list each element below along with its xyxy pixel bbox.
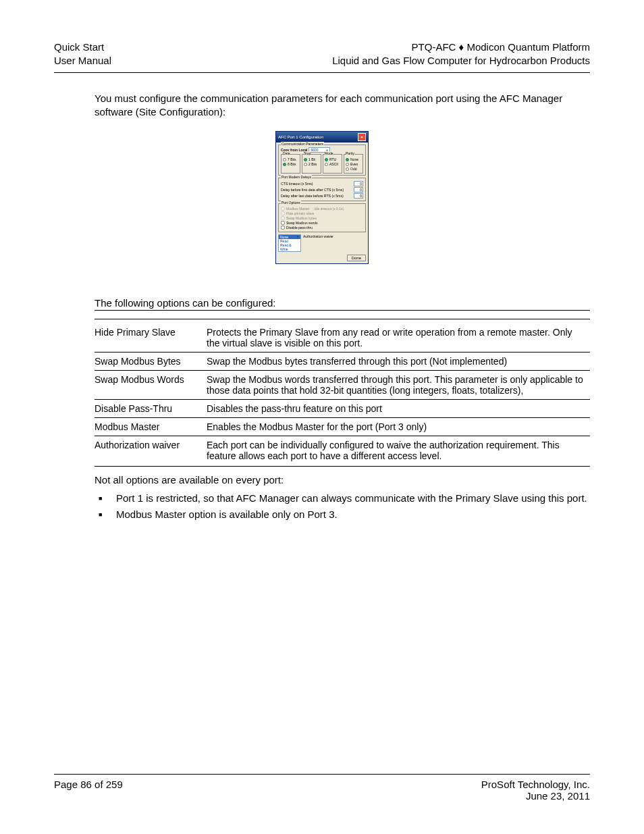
table-row: Modbus MasterEnables the Modbus Master f… [95,418,590,436]
opt-val: Swap the Modbus bytes transferred throug… [207,353,590,371]
opt-val: Swap the Modbus words transferred throug… [207,371,590,400]
baud-value: 9600 [311,148,318,152]
checkbox-modbus-master: Modbus Master Idle timeout (x 0.1s) [281,207,363,211]
mode-title: Mode [325,151,333,155]
checkbox-disable-pass[interactable]: Disable pass-thru [281,226,363,230]
auth-waiver-label: Authorization waiver [303,234,333,238]
cts-timeout-label: CTS timeout (x 5ms) [281,182,313,186]
radio-8bits[interactable]: 8 Bits [283,162,298,167]
data-bits-group: Data 7 Bits 8 Bits [281,154,300,174]
parity-title: Parity [346,151,354,155]
table-bottom-rule [95,466,590,467]
footer-date: June 23, 2011 [481,790,590,802]
stop-bits-title: Stop [304,151,311,155]
radio-2bits[interactable]: 2 Bits [304,162,319,167]
opt-val: Protects the Primary Slave from any read… [207,323,590,353]
cts-timeout-input[interactable]: 0 [354,181,363,186]
delay-after-cts-label: Delay before first data after CTS (x 5ms… [281,188,344,192]
data-bits-title: Data [283,151,290,155]
restrictions-list: Port 1 is restricted, so that AFC Manage… [95,492,590,522]
done-button[interactable]: Done [347,255,366,261]
radio-parity-odd[interactable]: Odd [346,167,361,172]
close-icon[interactable]: × [358,133,366,141]
intro-paragraph: You must configure the communication par… [95,92,590,120]
auth-waiver-select[interactable]: None▼ Read Read & Write [278,234,301,252]
footer-page: Page 86 of 259 [54,779,123,802]
list-item: Modbus Master option is available only o… [113,508,590,521]
opt-key: Swap Modbus Words [95,371,207,400]
radio-7bits[interactable]: 7 Bits [283,157,298,162]
port-config-dialog: AFC Port 1 Configuration × Communication… [275,131,369,264]
following-options-text: The following options can be configured: [95,296,590,310]
options-table: Hide Primary SlaveProtects the Primary S… [95,310,590,467]
checkbox-hide-primary: Hide primary slave [281,211,363,215]
checkbox-swap-bytes: Swap Modbus bytes [281,216,363,220]
header-right-line1: PTQ-AFC ♦ Modicon Quantum Platform [332,41,590,54]
dialog-titlebar[interactable]: AFC Port 1 Configuration × [276,132,368,142]
mode-group: Mode RTU ASCII [323,154,342,174]
header-left-line1: Quick Start [54,41,111,54]
footer-company: ProSoft Technology, Inc. [481,779,590,790]
header-right-line2: Liquid and Gas Flow Computer for Hydroca… [332,54,590,68]
radio-1bit[interactable]: 1 Bit [304,157,319,162]
opt-key: Modbus Master [95,418,207,436]
opt-key: Authorization waiver [95,436,207,465]
table-row: Authorization waiverEach port can be ind… [95,436,590,465]
delay-before-rts-label: Delay after last data before RTS (x 5ms) [281,194,344,198]
chevron-down-icon: ▼ [296,235,299,239]
radio-parity-none[interactable]: None [346,157,361,162]
radio-ascii[interactable]: ASCII [325,162,340,167]
page-header: Quick Start User Manual PTQ-AFC ♦ Modico… [54,41,590,68]
opt-val: Disables the pass-thru feature on this p… [207,400,590,418]
parity-group: Parity None Even Odd [344,154,363,174]
checkbox-swap-words[interactable]: Swap Modbus words [281,221,363,225]
comm-params-group: Communication Parameters Copy from Local… [278,145,366,176]
stop-bits-group: Stop 1 Bit 2 Bits [302,154,321,174]
comm-params-title: Communication Parameters [281,142,324,146]
radio-rtu[interactable]: RTU [325,157,340,162]
opt-key: Swap Modbus Bytes [95,353,207,371]
table-row: Swap Modbus WordsSwap the Modbus words t… [95,371,590,400]
opt-key: Hide Primary Slave [95,323,207,353]
header-left: Quick Start User Manual [54,41,111,68]
header-left-line2: User Manual [54,54,111,68]
radio-parity-even[interactable]: Even [346,162,361,167]
modem-delays-group: Port Modem Delays CTS timeout (x 5ms)0 D… [278,178,366,201]
table-row: Hide Primary SlaveProtects the Primary S… [95,323,590,353]
port-options-title: Port Options [281,201,301,205]
table-top-rule [95,319,590,319]
modem-delays-title: Port Modem Delays [281,175,312,179]
table-row: Swap Modbus BytesSwap the Modbus bytes t… [95,353,590,371]
opt-val: Enables the Modbus Master for the port (… [207,418,590,436]
header-right: PTQ-AFC ♦ Modicon Quantum Platform Liqui… [332,41,590,68]
delay-before-rts-input[interactable]: 0 [354,193,363,199]
port-options-group: Port Options Modbus Master Idle timeout … [278,203,366,232]
dialog-title-text: AFC Port 1 Configuration [278,135,323,139]
page-footer: Page 86 of 259 ProSoft Technology, Inc. … [54,774,590,802]
table-row: Disable Pass-ThruDisables the pass-thru … [95,400,590,418]
header-rule [54,72,590,73]
not-all-text: Not all options are available on every p… [95,473,590,487]
opt-val: Each port can be individually configured… [207,436,590,465]
delay-after-cts-input[interactable]: 0 [354,187,363,192]
opt-key: Disable Pass-Thru [95,400,207,418]
list-item: Port 1 is restricted, so that AFC Manage… [113,492,590,505]
auth-option-readwrite[interactable]: Read & Write [279,243,300,251]
